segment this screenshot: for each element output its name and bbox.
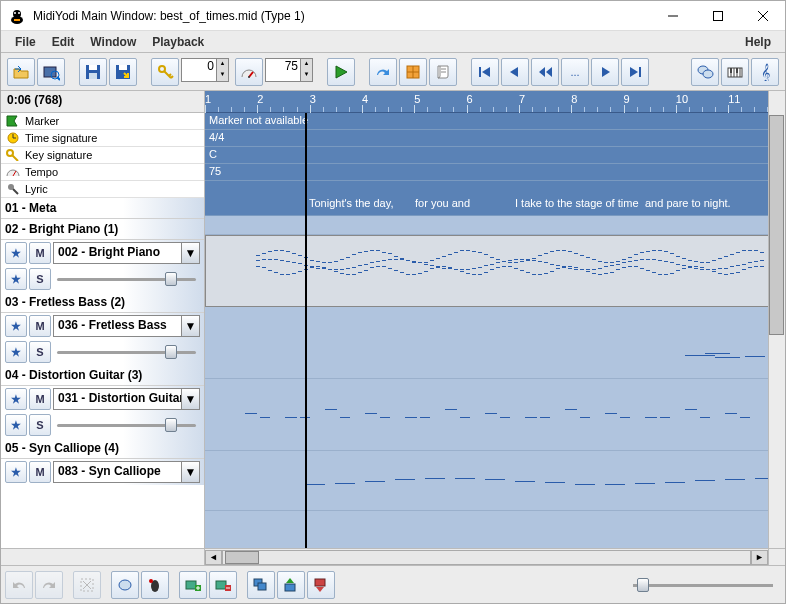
midi-note[interactable] xyxy=(358,272,362,273)
midi-note[interactable] xyxy=(760,266,764,267)
midi-note[interactable] xyxy=(268,259,272,260)
menu-help[interactable]: Help xyxy=(737,33,779,51)
midi-note[interactable] xyxy=(616,264,620,265)
midi-note[interactable] xyxy=(370,250,374,251)
goto-button[interactable]: ... xyxy=(561,58,589,86)
midi-note[interactable] xyxy=(424,271,428,272)
track-4-solo[interactable]: S xyxy=(29,414,51,436)
midi-note[interactable] xyxy=(700,267,704,268)
midi-note[interactable] xyxy=(688,266,692,267)
midi-note[interactable] xyxy=(586,269,590,270)
midi-note[interactable] xyxy=(682,265,686,266)
midi-note[interactable] xyxy=(370,262,374,263)
midi-note[interactable] xyxy=(420,417,430,418)
midi-note[interactable] xyxy=(745,356,765,357)
move-down-button[interactable] xyxy=(307,571,335,599)
midi-note[interactable] xyxy=(412,274,416,275)
midi-note[interactable] xyxy=(280,274,284,275)
midi-note[interactable] xyxy=(490,257,494,258)
midi-note[interactable] xyxy=(676,270,680,271)
chevron-down-icon[interactable]: ▼ xyxy=(181,316,199,336)
midi-note[interactable] xyxy=(695,480,715,481)
midi-note[interactable] xyxy=(646,259,650,260)
midi-note[interactable] xyxy=(460,271,464,272)
midi-note[interactable] xyxy=(580,417,590,418)
midi-note[interactable] xyxy=(454,269,458,270)
timeline-ruler[interactable]: 1234567891011 xyxy=(205,91,768,113)
midi-note[interactable] xyxy=(316,268,320,269)
midi-note[interactable] xyxy=(700,262,704,263)
midi-note[interactable] xyxy=(598,268,602,269)
midi-note[interactable] xyxy=(382,266,386,267)
midi-note[interactable] xyxy=(646,270,650,271)
midi-note[interactable] xyxy=(445,409,457,410)
midi-note[interactable] xyxy=(748,262,752,263)
midi-note[interactable] xyxy=(676,256,680,257)
midi-note[interactable] xyxy=(496,259,500,260)
playhead[interactable] xyxy=(305,113,307,548)
midi-note[interactable] xyxy=(688,260,692,261)
menu-window[interactable]: Window xyxy=(82,33,144,51)
midi-note[interactable] xyxy=(725,479,745,480)
midi-note[interactable] xyxy=(760,260,764,261)
midi-note[interactable] xyxy=(520,261,524,262)
track-2-volume[interactable] xyxy=(57,270,196,288)
examine-button[interactable] xyxy=(37,58,65,86)
midi-note[interactable] xyxy=(568,266,572,267)
midi-note[interactable] xyxy=(748,250,752,251)
midi-note[interactable] xyxy=(335,483,355,484)
midi-note[interactable] xyxy=(430,268,434,269)
midi-note[interactable] xyxy=(502,261,506,262)
midi-note[interactable] xyxy=(262,259,266,260)
midi-note[interactable] xyxy=(670,262,674,263)
midi-note[interactable] xyxy=(715,357,740,358)
midi-note[interactable] xyxy=(406,274,410,275)
chevron-down-icon[interactable]: ▼ xyxy=(181,243,199,263)
midi-note[interactable] xyxy=(496,262,500,263)
midi-note[interactable] xyxy=(556,268,560,269)
midi-note[interactable] xyxy=(634,260,638,261)
minimize-button[interactable] xyxy=(650,1,695,30)
menu-playback[interactable]: Playback xyxy=(144,33,212,51)
midi-note[interactable] xyxy=(620,417,630,418)
track-3-lane[interactable] xyxy=(205,307,785,379)
midi-note[interactable] xyxy=(730,254,734,255)
midi-note[interactable] xyxy=(676,264,680,265)
save-as-button[interactable] xyxy=(109,58,137,86)
dup-track-button[interactable] xyxy=(247,571,275,599)
midi-note[interactable] xyxy=(645,417,657,418)
midi-note[interactable] xyxy=(538,255,542,256)
vertical-scrollbar[interactable] xyxy=(768,113,785,548)
midi-note[interactable] xyxy=(478,267,482,268)
midi-note[interactable] xyxy=(538,274,542,275)
midi-note[interactable] xyxy=(604,273,608,274)
track-2-star2[interactable]: ★ xyxy=(5,268,27,290)
midi-note[interactable] xyxy=(346,268,350,269)
midi-note[interactable] xyxy=(568,268,572,269)
midi-note[interactable] xyxy=(285,417,297,418)
midi-note[interactable] xyxy=(340,269,344,270)
track-3-mute[interactable]: M xyxy=(29,315,51,337)
midi-note[interactable] xyxy=(610,272,614,273)
midi-note[interactable] xyxy=(380,417,390,418)
track-2-lane[interactable] xyxy=(205,235,785,307)
hscroll-thumb[interactable] xyxy=(225,551,259,564)
midi-note[interactable] xyxy=(514,268,518,269)
midi-note[interactable] xyxy=(478,274,482,275)
midi-note[interactable] xyxy=(436,267,440,268)
midi-note[interactable] xyxy=(556,250,560,251)
midi-note[interactable] xyxy=(622,262,626,263)
track-5-instrument[interactable]: 083 - Syn Calliope▼ xyxy=(53,461,200,483)
midi-note[interactable] xyxy=(316,261,320,262)
keyboard-button[interactable] xyxy=(721,58,749,86)
track-5-header[interactable]: 05 - Syn Calliope (4) xyxy=(1,438,204,459)
midi-note[interactable] xyxy=(742,250,746,251)
midi-note[interactable] xyxy=(574,269,578,270)
midi-note[interactable] xyxy=(334,269,338,270)
midi-note[interactable] xyxy=(454,252,458,253)
midi-note[interactable] xyxy=(502,266,506,267)
midi-note[interactable] xyxy=(730,273,734,274)
transpose-input[interactable]: 0▲▼ xyxy=(181,58,229,82)
midi-note[interactable] xyxy=(484,272,488,273)
midi-note[interactable] xyxy=(575,484,595,485)
